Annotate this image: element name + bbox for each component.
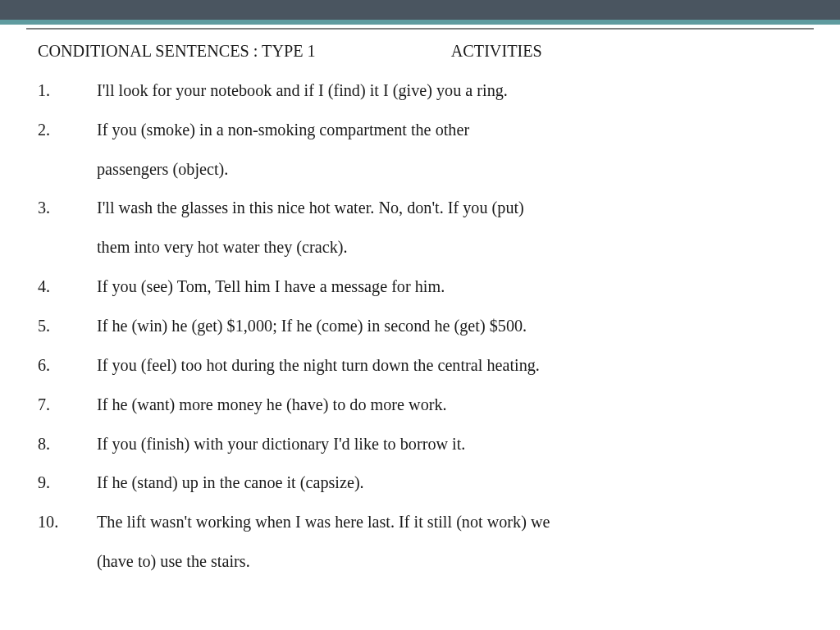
item-line: I'll wash the glasses in this nice hot w…	[97, 198, 802, 219]
item-number: 4.	[38, 276, 97, 298]
item-text: If you (see) Tom, Tell him I have a mess…	[97, 276, 802, 316]
item-number: 10.	[38, 512, 97, 573]
item-text: If you (finish) with your dictionary I'd…	[97, 434, 802, 473]
item-text: I'll wash the glasses in this nice hot w…	[97, 198, 802, 276]
item-line: If he (win) he (get) $1,000; If he (come…	[97, 316, 802, 337]
item-number: 5.	[38, 316, 97, 337]
item-line: (have to) use the stairs.	[97, 551, 802, 573]
list-item: 9. If he (stand) up in the canoe it (cap…	[38, 472, 802, 512]
item-number: 3.	[38, 198, 97, 258]
item-text: If he (stand) up in the canoe it (capsiz…	[97, 472, 802, 512]
activities-label: ACTIVITIES	[451, 41, 542, 62]
list-item: 4. If you (see) Tom, Tell him I have a m…	[38, 276, 802, 316]
page-title: CONDITIONAL SENTENCES : TYPE 1	[38, 41, 316, 62]
list-item: 10. The lift wasn't working when I was h…	[38, 512, 802, 591]
list-item: 2. If you (smoke) in a non-smoking compa…	[38, 120, 802, 199]
item-line: them into very hot water they (crack).	[97, 237, 802, 258]
item-line: If you (see) Tom, Tell him I have a mess…	[97, 276, 802, 298]
item-line: I'll look for your notebook and if I (fi…	[97, 80, 802, 102]
item-text: I'll look for your notebook and if I (fi…	[97, 80, 802, 120]
list-item: 3. I'll wash the glasses in this nice ho…	[38, 198, 802, 276]
item-number: 9.	[38, 472, 97, 494]
content-area: CONDITIONAL SENTENCES : TYPE 1 ACTIVITIE…	[0, 30, 840, 591]
item-line: The lift wasn't working when I was here …	[97, 512, 802, 533]
item-line: If he (want) more money he (have) to do …	[97, 395, 802, 416]
item-line: If he (stand) up in the canoe it (capsiz…	[97, 472, 802, 494]
item-number: 1.	[38, 80, 97, 102]
item-number: 6.	[38, 355, 97, 377]
item-line: passengers (object).	[97, 159, 802, 180]
list-item: 8. If you (finish) with your dictionary …	[38, 434, 802, 473]
slide: CONDITIONAL SENTENCES : TYPE 1 ACTIVITIE…	[0, 0, 840, 630]
item-line: If you (feel) too hot during the night t…	[97, 355, 802, 377]
item-number: 2.	[38, 120, 97, 180]
item-text: If you (smoke) in a non-smoking compartm…	[97, 120, 802, 199]
list-item: 7. If he (want) more money he (have) to …	[38, 395, 802, 434]
accent-stripe	[0, 20, 840, 25]
item-number: 8.	[38, 434, 97, 455]
top-bar	[0, 0, 840, 20]
list-item: 6. If you (feel) too hot during the nigh…	[38, 355, 802, 395]
list-item: 5. If he (win) he (get) $1,000; If he (c…	[38, 316, 802, 355]
item-text: If he (want) more money he (have) to do …	[97, 395, 802, 434]
item-text: If you (feel) too hot during the night t…	[97, 355, 802, 395]
item-line: If you (smoke) in a non-smoking compartm…	[97, 120, 802, 141]
item-text: The lift wasn't working when I was here …	[97, 512, 802, 591]
list-item: 1. I'll look for your notebook and if I …	[38, 80, 802, 120]
item-text: If he (win) he (get) $1,000; If he (come…	[97, 316, 802, 355]
item-line: If you (finish) with your dictionary I'd…	[97, 434, 802, 455]
heading-row: CONDITIONAL SENTENCES : TYPE 1 ACTIVITIE…	[38, 41, 802, 62]
item-number: 7.	[38, 395, 97, 416]
